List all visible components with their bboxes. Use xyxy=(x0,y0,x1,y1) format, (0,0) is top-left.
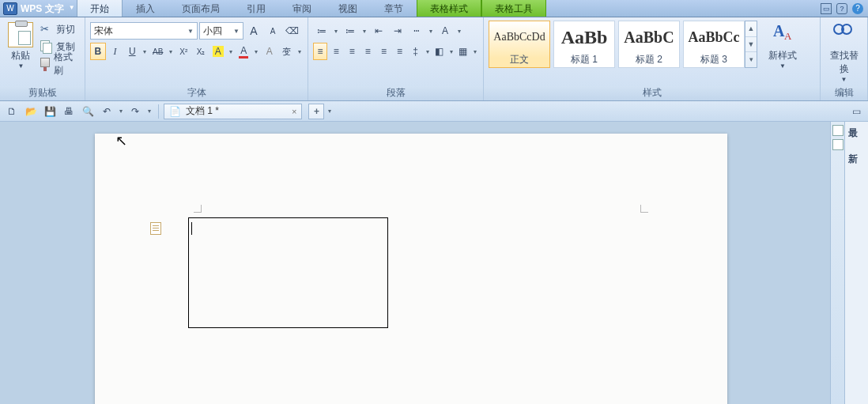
quick-access-toolbar: 🗋 📂 💾 🖶 🔍 ↶▾ ↷▾ 📄 文档 1 * × +▾ ▭ xyxy=(0,101,868,122)
subscript-button[interactable]: X₂ xyxy=(193,43,209,60)
document-area[interactable]: ↖ xyxy=(0,122,830,404)
format-painter-button[interactable]: 格式刷 xyxy=(37,55,80,73)
char-effects-button[interactable]: 变 xyxy=(279,43,295,60)
page[interactable] xyxy=(95,134,727,404)
clear-format-button[interactable]: ⌫ xyxy=(283,22,300,40)
tab-section[interactable]: 章节 xyxy=(371,0,417,17)
strikethrough-button[interactable]: AB xyxy=(150,43,166,60)
tab-table-tools[interactable]: 表格工具 xyxy=(481,0,546,17)
align-justify-button[interactable]: ≡ xyxy=(360,43,375,60)
char-shading-button[interactable]: A xyxy=(262,43,277,60)
task-pane: 最 新 xyxy=(844,122,868,404)
minimize-ribbon-icon[interactable]: ▭ xyxy=(821,3,832,14)
align-dist-button[interactable]: ≡ xyxy=(376,43,391,60)
cut-button[interactable]: 剪切 xyxy=(37,21,80,38)
qat-preview-button[interactable]: 🔍 xyxy=(79,103,96,120)
group-label-clipboard: 剪贴板 xyxy=(0,86,85,100)
qat-save-button[interactable]: 💾 xyxy=(41,103,58,120)
gallery-up-icon[interactable]: ▲ xyxy=(745,21,757,37)
document-icon: 📄 xyxy=(169,106,181,117)
align-center-button[interactable]: ≡ xyxy=(329,43,343,60)
copy-icon xyxy=(40,40,53,53)
font-family-combo[interactable]: 宋体▼ xyxy=(90,22,198,40)
underline-button[interactable]: U xyxy=(124,43,140,60)
font-size-combo[interactable]: 小四▼ xyxy=(199,22,243,40)
window-options-icon[interactable]: ▭ xyxy=(847,103,865,120)
qat-open-button[interactable]: 📂 xyxy=(22,103,40,120)
qat-new-button[interactable]: 🗋 xyxy=(3,103,21,120)
gallery-down-icon[interactable]: ▼ xyxy=(745,37,757,53)
vertical-toolbar xyxy=(830,122,844,404)
text-direction-button[interactable]: A xyxy=(436,22,454,40)
app-menu-dropdown[interactable]: ▼ xyxy=(69,0,77,17)
gutter-icon-1[interactable] xyxy=(832,125,843,136)
line-spacing-button[interactable]: ‡ xyxy=(409,43,423,60)
style-gallery: AaBbCcDd正文AaBb标题 1AaBbC标题 2AaBbCc标题 3 xyxy=(489,21,745,68)
decrease-indent-button[interactable]: ⇤ xyxy=(370,22,387,40)
group-label-editing: 编辑 xyxy=(821,86,867,100)
paste-button[interactable]: 粘贴 ▼ xyxy=(5,21,37,70)
group-label-paragraph: 段落 xyxy=(308,86,483,100)
margin-corner-tr xyxy=(640,205,648,213)
group-font: 宋体▼ 小四▼ A A ⌫ B I U▾ AB▾ X² X₂ A▾ A▾ A 变… xyxy=(85,17,308,100)
gutter-icon-2[interactable] xyxy=(832,139,843,150)
qat-undo-button[interactable]: ↶ xyxy=(98,103,115,120)
menu-bar: W WPS 文字 ▼ 开始 插入 页面布局 引用 审阅 视图 章节 表格样式 表… xyxy=(0,0,868,17)
shrink-font-button[interactable]: A xyxy=(264,22,281,40)
document-tab-label: 文档 1 * xyxy=(186,104,219,118)
style-gallery-scroll[interactable]: ▲ ▼ ▾ xyxy=(745,21,757,68)
document-tab[interactable]: 📄 文档 1 * × xyxy=(164,104,302,119)
align-dist2-button[interactable]: ≡ xyxy=(392,43,406,60)
tab-marks-button[interactable]: ⵈ xyxy=(408,22,425,40)
grow-font-button[interactable]: A xyxy=(245,22,262,40)
font-color-button[interactable]: A xyxy=(236,43,251,60)
close-tab-icon[interactable]: × xyxy=(292,107,296,116)
tab-start[interactable]: 开始 xyxy=(77,0,123,17)
new-tab-button[interactable]: + xyxy=(308,104,324,119)
help-icon[interactable]: ? xyxy=(852,3,863,14)
align-left-button[interactable]: ≡ xyxy=(313,43,327,60)
find-replace-button[interactable]: 查找替换 ▼ xyxy=(825,21,862,83)
tab-page-layout[interactable]: 页面布局 xyxy=(168,0,233,17)
text-cursor xyxy=(191,222,192,235)
style-item-0[interactable]: AaBbCcDd正文 xyxy=(489,21,550,68)
style-item-3[interactable]: AaBbCc标题 3 xyxy=(683,21,745,68)
paste-icon xyxy=(8,22,33,47)
bullets-button[interactable]: ≔ xyxy=(313,22,330,40)
ribbon: 粘贴 ▼ 剪切 复制 格式刷 剪贴板 宋体▼ 小四▼ A A ⌫ B I U xyxy=(0,17,868,101)
style-item-1[interactable]: AaBb标题 1 xyxy=(553,21,615,68)
italic-button[interactable]: I xyxy=(108,43,123,60)
bold-button[interactable]: B xyxy=(90,43,106,60)
qat-redo-button[interactable]: ↷ xyxy=(126,103,144,120)
new-style-icon xyxy=(770,22,795,47)
settings-icon[interactable]: ? xyxy=(836,3,847,14)
tab-insert[interactable]: 插入 xyxy=(123,0,168,17)
tab-view[interactable]: 视图 xyxy=(325,0,371,17)
numbering-button[interactable]: ≔ xyxy=(342,22,359,40)
highlight-button[interactable]: A xyxy=(210,43,226,60)
group-label-styles: 样式 xyxy=(484,86,820,100)
borders-button[interactable]: ▦ xyxy=(456,43,470,60)
tab-references[interactable]: 引用 xyxy=(233,0,279,17)
shading-button[interactable]: ◧ xyxy=(432,43,447,60)
app-title: WPS 文字 xyxy=(21,0,69,17)
superscript-button[interactable]: X² xyxy=(175,43,191,60)
task-pane-item-1[interactable]: 最 xyxy=(848,126,865,140)
app-badge[interactable]: W xyxy=(3,2,17,15)
margin-corner-tl xyxy=(194,205,202,213)
table-rectangle[interactable] xyxy=(188,217,388,328)
scissors-icon xyxy=(40,23,53,36)
new-style-button[interactable]: 新样式 ▼ xyxy=(764,21,802,70)
tab-table-style[interactable]: 表格样式 xyxy=(417,0,481,17)
task-pane-item-2[interactable]: 新 xyxy=(848,153,865,166)
increase-indent-button[interactable]: ⇥ xyxy=(389,22,406,40)
qat-print-button[interactable]: 🖶 xyxy=(60,103,77,120)
group-editing: 查找替换 ▼ 编辑 xyxy=(821,17,868,100)
workspace: ↖ 最 新 xyxy=(0,122,868,404)
tab-review[interactable]: 审阅 xyxy=(279,0,325,17)
group-paragraph: ≔▾ ≔▾ ⇤ ⇥ ⵈ▾ A▾ ≡ ≡ ≡ ≡ ≡ ≡ ‡▾ ◧▾ ▦▾ 段落 xyxy=(308,17,484,100)
gallery-expand-icon[interactable]: ▾ xyxy=(745,52,757,67)
brush-icon xyxy=(40,58,51,70)
align-right-button[interactable]: ≡ xyxy=(345,43,359,60)
style-item-2[interactable]: AaBbC标题 2 xyxy=(618,21,680,68)
